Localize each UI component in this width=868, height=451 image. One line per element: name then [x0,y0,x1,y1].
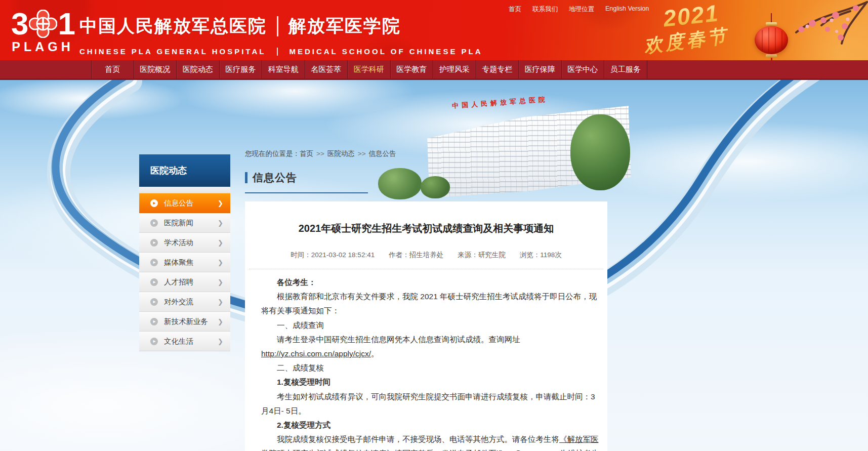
nav-item[interactable]: 医学科研 [348,60,391,78]
sidebar-menu: 信息公告❯医院新闻❯学术活动❯媒体聚焦❯人才招聘❯对外交流❯新技术新业务❯文化生… [139,193,230,351]
meta-label: 作者： [389,251,409,259]
main-content: 您现在的位置是：首页>>医院动态>>信息公告 信息公告 2021年硕士研究生招生… [245,149,607,451]
article-body: 各位考生：根据教育部和北京市有关文件要求，我院 2021 年硕士研究生招生考试成… [261,275,602,451]
chevron-right-icon: ❯ [218,239,223,247]
sidebar-item[interactable]: 对外交流❯ [139,292,230,312]
article-meta: 时间：2021-03-02 18:52:41作者：招生培养处来源：研究生院浏览：… [248,251,604,260]
sidebar-item[interactable]: 人才招聘❯ [139,272,230,292]
sidebar-item-label: 新技术新业务 [164,317,208,326]
nav-item[interactable]: 首页 [91,60,134,78]
nav-item[interactable]: 专题专栏 [476,60,519,78]
article-paragraph: 根据教育部和北京市有关文件要求，我院 2021 年硕士研究生招生考试成绩将于即日… [261,290,602,318]
nav-item[interactable]: 员工服务 [604,60,647,78]
sidebar-item-label: 医院新闻 [164,218,193,228]
article-paragraph: 考生如对初试成绩有异议，可向我院研究生院提交书面申请进行成绩复核，申请截止时间：… [261,390,602,418]
nav-item[interactable]: 医疗保障 [519,60,562,78]
title-divider [277,16,278,36]
article-text: 二、成绩复核 [277,363,324,372]
arrow-circle-icon [150,298,158,306]
meta-divider [249,269,603,269]
meta-label: 来源： [458,251,478,259]
sidebar-item[interactable]: 新技术新业务❯ [139,312,230,332]
chevron-right-icon: ❯ [218,318,223,325]
sidebar-spacer [139,187,230,193]
sidebar-header: 医院动态 [139,154,230,187]
nav-item[interactable]: 名医荟萃 [305,60,348,78]
nav-item[interactable]: 科室导航 [262,60,305,78]
chevron-right-icon: ❯ [218,298,223,306]
sidebar-item-label: 人才招聘 [164,277,193,287]
meta-label: 时间： [291,251,311,259]
breadcrumb-prefix: 您现在的位置是： [245,150,300,157]
breadcrumb-link[interactable]: 首页 [300,150,313,157]
chevron-right-icon: ❯ [218,278,223,286]
topbar-link[interactable]: 联系我们 [532,5,558,14]
section-accent-bar [245,172,247,183]
nav-item[interactable]: 护理风采 [433,60,476,78]
meta-pair: 作者：招生培养处 [389,251,443,259]
article-text: 2.复核受理方式 [277,421,330,429]
breadcrumb-separator: >> [358,150,366,157]
sidebar-item[interactable]: 媒体聚焦❯ [139,253,230,272]
chevron-right-icon: ❯ [218,199,223,207]
sidebar-item[interactable]: 学术活动❯ [139,233,230,253]
meta-value: 1198次 [540,251,562,259]
sidebar-item[interactable]: 文化生活❯ [139,332,230,351]
site-subtitle-en: CHINESE PLA GENERAL HOSPITAL [79,47,266,56]
article-text: 1.复核受理时间 [277,378,330,386]
arrow-circle-icon [150,259,158,266]
festival-greeting: 欢度春节 [643,23,730,59]
breadcrumb-link[interactable]: 医院动态 [327,150,355,157]
chevron-right-icon: ❯ [218,219,223,227]
sidebar-item-label: 学术活动 [164,238,193,248]
meta-label: 浏览： [520,251,541,259]
sidebar-item[interactable]: 医院新闻❯ [139,213,230,233]
flower-logo-icon [29,10,57,38]
site-subtitle-en2: MEDICAL SCHOOL OF CHINESE PLA [289,47,482,56]
logo-digit-3: 3 [11,9,27,38]
sidebar: 医院动态 信息公告❯医院新闻❯学术活动❯媒体聚焦❯人才招聘❯对外交流❯新技术新业… [139,154,230,351]
article-paragraph: 各位考生： [261,275,602,290]
nav-item[interactable]: 医学教育 [391,60,434,78]
logo-plagh-text: PLAGH [6,39,79,54]
meta-value: 研究生院 [478,251,506,259]
article-paragraph: 二、成绩复核 [261,361,602,375]
topbar-link[interactable]: 地理位置 [569,5,594,14]
article-text: 一、成绩查询 [277,321,324,330]
site-title-cn2: 解放军医学院 [288,14,401,38]
sidebar-item-label: 文化生活 [164,337,193,346]
hospital-logo[interactable]: 3 1 PLAGH [6,9,79,54]
article-title: 2021年硕士研究生招生考试初试成绩查询及相关事项通知 [263,222,589,235]
sidebar-item-label: 信息公告 [164,198,193,208]
nav-item[interactable]: 医疗服务 [220,60,263,78]
meta-pair: 来源：研究生院 [458,251,506,259]
meta-value: 2021-03-02 18:52:41 [311,251,375,259]
site-title-cn: 中国人民解放军总医院 [79,14,267,38]
sidebar-item[interactable]: 信息公告❯ [139,193,230,213]
arrow-circle-icon [150,219,158,227]
sidebar-item-label: 媒体聚焦 [164,258,193,267]
breadcrumb-separator: >> [316,150,324,157]
section-title: 信息公告 [253,171,297,185]
article-text: 。 [371,349,379,358]
arrow-circle-icon [150,239,158,247]
nav-item[interactable]: 医院概况 [134,60,177,78]
arrow-circle-icon [150,199,158,207]
site-header: 首页联系我们地理位置English Version 3 1 PLAGH [0,0,868,60]
nav-item[interactable]: 医学中心 [562,60,605,78]
article-paragraph: 我院成绩复核仅接受电子邮件申请，不接受现场、电话等其他方式。请各位考生将《解放军… [261,432,602,451]
section-header: 信息公告 [245,171,607,185]
sidebar-item-label: 对外交流 [164,297,193,307]
article-paragraph: 请考生登录中国研究生招生信息网凭本人信息查询初试成绩。查询网址http://yz… [261,333,602,361]
article-link[interactable]: http://yz.chsi.com.cn/apply/cjcx/ [261,349,371,358]
meta-value: 招生培养处 [409,251,444,259]
chevron-right-icon: ❯ [218,259,223,266]
article-panel: 2021年硕士研究生招生考试初试成绩查询及相关事项通知 时间：2021-03-0… [245,201,607,451]
breadcrumb-link[interactable]: 信息公告 [369,150,396,157]
article-text: 各位考生： [277,278,316,286]
section-underline [245,192,368,193]
article-text: 我院成绩复核仅接受电子邮件申请，不接受现场、电话等其他方式。请各位考生将 [277,435,559,443]
nav-item[interactable]: 医院动态 [177,60,220,78]
topbar-link[interactable]: 首页 [509,5,521,14]
arrow-circle-icon [150,278,158,286]
